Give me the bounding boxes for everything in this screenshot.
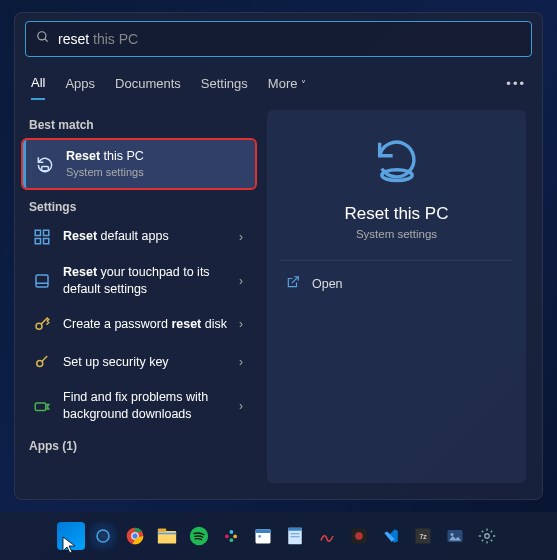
svg-rect-29 bbox=[288, 528, 302, 531]
security-key-icon bbox=[31, 351, 53, 373]
preview-open-action[interactable]: Open bbox=[280, 265, 513, 302]
preview-panel: Reset this PC System settings Open bbox=[267, 110, 526, 483]
taskbar-app-vscode[interactable] bbox=[377, 522, 405, 550]
taskbar-app-gallery[interactable] bbox=[441, 522, 469, 550]
result-text: Set up security key bbox=[63, 354, 229, 371]
tab-all[interactable]: All bbox=[31, 67, 45, 100]
svg-rect-7 bbox=[36, 275, 48, 287]
troubleshoot-icon bbox=[31, 395, 53, 417]
section-best-match: Best match bbox=[23, 110, 255, 136]
preview-subtitle: System settings bbox=[356, 228, 437, 240]
svg-rect-6 bbox=[44, 238, 49, 243]
key-icon bbox=[31, 313, 53, 335]
svg-point-13 bbox=[97, 530, 109, 542]
svg-rect-26 bbox=[255, 529, 270, 533]
best-match-result[interactable]: Reset this PC System settings bbox=[23, 140, 255, 188]
result-security-key[interactable]: Set up security key › bbox=[23, 343, 255, 381]
svg-rect-18 bbox=[157, 529, 165, 532]
svg-point-10 bbox=[37, 361, 43, 367]
search-suggestion: this PC bbox=[89, 31, 138, 47]
search-typed-text: reset bbox=[58, 31, 89, 47]
section-apps[interactable]: Apps (1) bbox=[23, 431, 255, 457]
more-options-button[interactable]: ••• bbox=[506, 76, 526, 91]
result-text: Reset your touchpad to its default setti… bbox=[63, 264, 229, 298]
result-reset-touchpad[interactable]: Reset your touchpad to its default setti… bbox=[23, 256, 255, 306]
chevron-right-icon: › bbox=[239, 274, 247, 288]
search-bar[interactable]: reset this PC bbox=[25, 21, 532, 57]
chevron-down-icon: ˅ bbox=[301, 79, 306, 90]
svg-rect-3 bbox=[35, 230, 40, 235]
svg-rect-2 bbox=[42, 166, 49, 170]
result-text: Create a password reset disk bbox=[63, 316, 229, 333]
svg-rect-23 bbox=[233, 535, 237, 539]
open-icon bbox=[286, 275, 300, 292]
chevron-right-icon: › bbox=[239, 230, 247, 244]
preview-reset-icon bbox=[367, 130, 427, 190]
chevron-right-icon: › bbox=[239, 355, 247, 369]
taskbar-app-chrome[interactable] bbox=[121, 522, 149, 550]
svg-rect-19 bbox=[157, 533, 175, 535]
svg-rect-5 bbox=[35, 238, 40, 243]
svg-point-38 bbox=[484, 534, 489, 539]
svg-point-37 bbox=[450, 533, 453, 536]
tabs-bar: All Apps Documents Settings More ˅ ••• bbox=[15, 61, 542, 100]
taskbar-app-spotify[interactable] bbox=[185, 522, 213, 550]
taskbar-app-cortana[interactable] bbox=[89, 522, 117, 550]
start-button[interactable] bbox=[57, 522, 85, 550]
search-window: reset this PC All Apps Documents Setting… bbox=[14, 12, 543, 500]
svg-point-33 bbox=[355, 532, 363, 540]
search-icon bbox=[36, 30, 50, 48]
best-match-text: Reset this PC System settings bbox=[66, 148, 247, 180]
tab-more-label: More bbox=[268, 76, 298, 91]
tab-more[interactable]: More ˅ bbox=[268, 68, 306, 99]
taskbar-app-unknown-dark[interactable] bbox=[345, 522, 373, 550]
taskbar-app-slack[interactable] bbox=[217, 522, 245, 550]
open-label: Open bbox=[312, 277, 343, 291]
search-input[interactable]: reset this PC bbox=[58, 31, 138, 47]
taskbar-app-settings[interactable] bbox=[473, 522, 501, 550]
results-panel: Best match Reset this PC System settings… bbox=[23, 110, 255, 483]
svg-point-0 bbox=[38, 32, 46, 40]
result-downloads-troubleshoot[interactable]: Find and fix problems with background do… bbox=[23, 381, 255, 431]
divider bbox=[280, 260, 513, 261]
tab-apps[interactable]: Apps bbox=[65, 68, 95, 99]
chevron-right-icon: › bbox=[239, 317, 247, 331]
taskbar-app-explorer[interactable] bbox=[153, 522, 181, 550]
content-area: Best match Reset this PC System settings… bbox=[15, 100, 542, 499]
svg-rect-4 bbox=[44, 230, 49, 235]
apps-icon bbox=[31, 226, 53, 248]
svg-rect-27 bbox=[258, 535, 260, 537]
svg-rect-11 bbox=[35, 403, 46, 411]
result-text: Find and fix problems with background do… bbox=[63, 389, 229, 423]
taskbar: 7z bbox=[0, 512, 557, 560]
svg-point-9 bbox=[36, 324, 42, 330]
tab-settings[interactable]: Settings bbox=[201, 68, 248, 99]
svg-line-1 bbox=[45, 39, 48, 42]
result-password-reset-disk[interactable]: Create a password reset disk › bbox=[23, 305, 255, 343]
taskbar-app-calendar[interactable] bbox=[249, 522, 277, 550]
result-text: Reset default apps bbox=[63, 228, 229, 245]
taskbar-app-notepad[interactable] bbox=[281, 522, 309, 550]
svg-rect-21 bbox=[225, 535, 229, 539]
touchpad-icon bbox=[31, 270, 53, 292]
section-settings: Settings bbox=[23, 192, 255, 218]
taskbar-app-unknown-red[interactable] bbox=[313, 522, 341, 550]
result-reset-default-apps[interactable]: Reset default apps › bbox=[23, 218, 255, 256]
reset-pc-icon bbox=[34, 153, 56, 175]
svg-rect-22 bbox=[229, 530, 233, 534]
svg-rect-24 bbox=[229, 538, 233, 542]
chevron-right-icon: › bbox=[239, 399, 247, 413]
preview-title: Reset this PC bbox=[345, 204, 449, 224]
svg-text:7z: 7z bbox=[419, 533, 427, 540]
tab-documents[interactable]: Documents bbox=[115, 68, 181, 99]
taskbar-app-7zip[interactable]: 7z bbox=[409, 522, 437, 550]
